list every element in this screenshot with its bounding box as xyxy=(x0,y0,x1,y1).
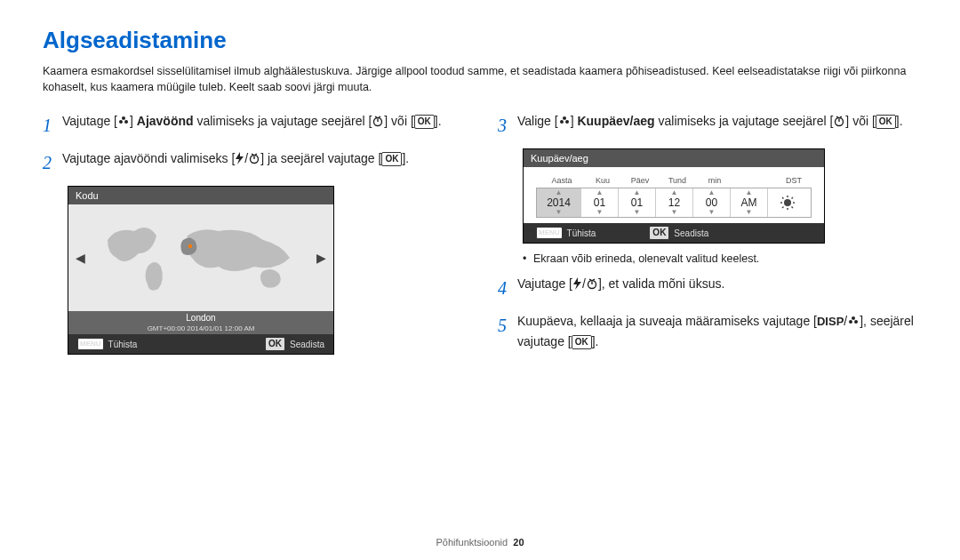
location-marker-icon xyxy=(188,244,192,248)
intro-paragraph: Kaamera esmakordsel sisselülitamisel ilm… xyxy=(43,63,917,95)
step-number: 1 xyxy=(43,111,62,140)
svg-line-7 xyxy=(379,116,380,117)
page-title: Algseadistamine xyxy=(43,27,917,54)
set-label: Seadista xyxy=(674,228,708,238)
gmt-label: GMT+00:00 2014/01/01 12:00 AM xyxy=(68,324,333,334)
svg-line-34 xyxy=(593,279,595,280)
right-column: 3 Valige [] Kuupäev/aeg valimiseks ja va… xyxy=(498,111,917,362)
city-label: London xyxy=(68,311,333,324)
menu-button-glyph[interactable]: MENU xyxy=(536,227,563,239)
timezone-label: Ajavöönd xyxy=(137,114,194,128)
svg-point-14 xyxy=(560,120,564,124)
month-stepper[interactable]: ▲01▼ xyxy=(581,188,619,217)
text: ], et valida mõni üksus. xyxy=(598,276,724,291)
step-3: 3 Valige [] Kuupäev/aeg valimiseks ja va… xyxy=(498,111,917,140)
svg-point-15 xyxy=(565,120,569,124)
svg-line-19 xyxy=(836,116,838,117)
text: ] või [ xyxy=(384,114,413,128)
step-5: 5 Kuupäeva, kellaaja ja suveaja määramis… xyxy=(498,311,917,351)
svg-line-6 xyxy=(375,116,377,117)
self-timer-icon xyxy=(586,277,598,290)
ok-button-glyph: OK xyxy=(381,152,402,166)
page-number: 20 xyxy=(513,537,524,548)
text: ] või [ xyxy=(845,114,875,128)
text: Kuupäeva, kellaaja ja suveaja määramisek… xyxy=(517,314,817,328)
ampm-stepper[interactable]: ▲AM▼ xyxy=(731,188,768,217)
svg-point-2 xyxy=(124,120,128,124)
next-arrow-icon[interactable]: ▶ xyxy=(316,251,326,265)
svg-line-20 xyxy=(840,116,842,117)
panel-title: Kuupäev/aeg xyxy=(524,149,824,167)
svg-line-29 xyxy=(792,197,794,199)
menu-button-glyph[interactable]: MENU xyxy=(77,338,104,350)
disp-button-glyph: DISP xyxy=(817,315,844,328)
dt-spinner-row[interactable]: ▲2014▼ ▲01▼ ▲01▼ ▲12▼ ▲00▼ ▲AM▼ xyxy=(536,188,812,218)
ok-button-glyph[interactable]: OK xyxy=(649,226,669,240)
section-name: Põhifunktsioonid xyxy=(436,537,508,548)
svg-point-37 xyxy=(854,320,858,324)
text: ] ja seejärel vajutage [ xyxy=(260,151,381,165)
datetime-screenshot: Kuupäev/aeg Aasta Kuu Päev Tund min DST … xyxy=(523,148,825,244)
step-number: 4 xyxy=(498,274,517,302)
hour-stepper[interactable]: ▲12▼ xyxy=(656,188,693,217)
self-timer-icon xyxy=(248,152,260,164)
day-stepper[interactable]: ▲01▼ xyxy=(619,188,656,217)
text: Vajutage [ xyxy=(517,276,572,291)
self-timer-icon xyxy=(372,115,384,127)
text: Vajutage [ xyxy=(62,114,117,128)
step-number: 3 xyxy=(498,111,517,140)
step-2: 2 Vajutage ajavööndi valimiseks [/] ja s… xyxy=(43,148,462,177)
minute-stepper[interactable]: ▲00▼ xyxy=(693,188,731,217)
note: Ekraan võib erineda, olenevalt valitud k… xyxy=(523,252,917,265)
svg-line-11 xyxy=(252,154,253,155)
svg-point-21 xyxy=(784,199,791,206)
svg-marker-8 xyxy=(236,152,244,164)
self-timer-icon xyxy=(833,115,845,127)
svg-point-35 xyxy=(852,316,855,320)
prev-arrow-icon[interactable]: ◀ xyxy=(76,251,85,265)
dt-column-labels: Aasta Kuu Päev Tund min DST xyxy=(536,176,812,188)
flower-macro-icon xyxy=(847,315,860,327)
svg-point-3 xyxy=(123,120,125,123)
ok-button-glyph: OK xyxy=(876,115,896,129)
step-4: 4 Vajutage [/], et valida mõni üksus. xyxy=(498,274,917,302)
svg-line-28 xyxy=(782,207,784,209)
set-label: Seadista xyxy=(290,340,324,349)
svg-line-33 xyxy=(589,279,591,280)
text: ]. xyxy=(402,151,409,165)
svg-point-38 xyxy=(852,320,855,323)
step-1: 1 Vajutage [] Ajavöönd valimiseks ja vaj… xyxy=(43,111,462,140)
year-stepper[interactable]: ▲2014▼ xyxy=(537,188,581,217)
ok-button-glyph: OK xyxy=(572,335,592,349)
left-column: 1 Vajutage [] Ajavöönd valimiseks ja vaj… xyxy=(43,111,462,362)
svg-point-16 xyxy=(563,120,565,123)
svg-point-0 xyxy=(122,116,125,120)
text: ]. xyxy=(896,114,903,128)
svg-point-1 xyxy=(119,120,123,124)
svg-line-12 xyxy=(255,154,257,155)
text: valimiseks ja vajutage seejärel [ xyxy=(194,114,372,128)
timezone-screenshot: Kodu ◀ ▶ London GMT+ xyxy=(68,186,334,355)
svg-point-36 xyxy=(849,320,852,324)
ok-button-glyph[interactable]: OK xyxy=(265,337,285,351)
chevron-down-icon: ▼ xyxy=(556,209,563,216)
datetime-label: Kuupäev/aeg xyxy=(577,114,654,128)
flower-macro-icon xyxy=(558,115,571,127)
svg-line-26 xyxy=(782,197,784,199)
svg-line-27 xyxy=(792,207,794,209)
dst-toggle[interactable] xyxy=(768,188,807,217)
flash-icon xyxy=(572,277,582,290)
text: ]. xyxy=(592,334,599,348)
step-number: 2 xyxy=(43,148,62,177)
svg-marker-30 xyxy=(573,277,581,290)
step-number: 5 xyxy=(498,311,517,351)
text: ]. xyxy=(435,114,442,128)
flash-icon xyxy=(235,152,244,164)
text: ] xyxy=(130,114,137,128)
text: valimiseks ja vajutage seejärel [ xyxy=(655,114,834,128)
ok-button-glyph: OK xyxy=(414,115,435,129)
svg-point-13 xyxy=(563,116,566,120)
cancel-label: Tühista xyxy=(108,340,138,349)
text: Valige [ xyxy=(517,114,558,128)
chevron-up-icon: ▲ xyxy=(556,189,563,196)
